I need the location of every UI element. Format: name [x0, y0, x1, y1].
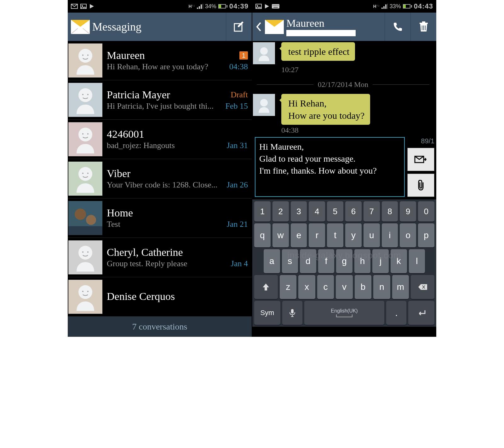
key-k[interactable]: k — [391, 249, 407, 273]
key-e[interactable]: e — [291, 223, 307, 247]
key-6[interactable]: 6 — [345, 201, 362, 221]
message-preview: Your Viber code is: 1268. Close... — [107, 180, 224, 190]
contact-name: Cheryl, Catherine — [107, 246, 183, 258]
key-shift[interactable] — [254, 275, 278, 299]
key-0[interactable]: 0 — [418, 201, 434, 221]
key-d[interactable]: d — [300, 249, 316, 273]
date-separator: 02/17/2014 Mon — [252, 80, 434, 89]
svg-point-10 — [87, 94, 89, 95]
keyboard: 1234567890 qwertyuiop asdfghjkl zxcvbnm … — [252, 199, 436, 327]
conversation-list[interactable]: Maureen1Hi Rehan, How are you today?04:3… — [68, 41, 252, 317]
avatar — [68, 162, 102, 196]
key-period[interactable]: . — [386, 301, 406, 325]
key-g[interactable]: g — [336, 249, 352, 273]
message-time: 04:38 — [229, 62, 248, 72]
attach-button[interactable] — [407, 174, 434, 197]
message-time: Feb 15 — [226, 101, 248, 111]
picture-icon — [255, 4, 262, 9]
conversation-item[interactable]: Maureen1Hi Rehan, How are you today?04:3… — [68, 41, 252, 80]
key-m[interactable]: m — [392, 275, 409, 299]
svg-rect-34 — [278, 5, 278, 6]
svg-rect-31 — [274, 5, 275, 6]
key-q[interactable]: q — [254, 223, 271, 247]
key-y[interactable]: y — [345, 223, 362, 247]
key-f[interactable]: f — [318, 249, 335, 273]
key-7[interactable]: 7 — [364, 201, 380, 221]
conversation-item[interactable]: Denise Cerquos — [68, 277, 252, 317]
key-sym[interactable]: Sym — [254, 301, 280, 325]
call-button[interactable] — [385, 13, 410, 41]
key-o[interactable]: o — [400, 223, 416, 247]
key-a[interactable]: a — [264, 249, 280, 273]
key-l[interactable]: l — [409, 249, 425, 273]
date-separator-label: 02/17/2014 Mon — [318, 80, 369, 89]
key-t[interactable]: t — [327, 223, 343, 247]
svg-point-12 — [82, 133, 83, 135]
key-3[interactable]: 3 — [291, 201, 307, 221]
svg-point-13 — [87, 133, 89, 135]
contact-name: Maureen — [286, 17, 385, 29]
unread-badge: 1 — [239, 51, 248, 60]
conversation-item[interactable]: Patricia MayerDraftHi Patricia, I've jus… — [68, 80, 252, 120]
key-2[interactable]: 2 — [272, 201, 289, 221]
key-p[interactable]: p — [418, 223, 434, 247]
key-x[interactable]: x — [298, 275, 315, 299]
conversation-item[interactable]: HomeTestJan 21 — [68, 198, 252, 238]
svg-rect-40 — [291, 309, 294, 313]
avatar — [68, 83, 102, 117]
signal-icon — [197, 4, 203, 9]
key-voice[interactable] — [282, 301, 302, 325]
svg-point-9 — [82, 94, 83, 95]
svg-point-2 — [82, 5, 83, 6]
svg-point-14 — [78, 167, 92, 181]
message-preview: Hi Rehan, How are you today? — [107, 62, 226, 72]
conversation-item[interactable]: ViberYour Viber code is: 1268. Close...J… — [68, 159, 252, 198]
svg-rect-32 — [275, 5, 276, 6]
key-r[interactable]: r — [309, 223, 325, 247]
svg-point-11 — [78, 128, 92, 141]
key-h[interactable]: h — [354, 249, 371, 273]
message-preview: Hi Patricia, I've just bought thi... — [107, 101, 222, 111]
key-4[interactable]: 4 — [309, 201, 325, 221]
conversation-item[interactable]: Cheryl, CatherineGroup test. Reply pleas… — [68, 238, 252, 277]
key-backspace[interactable] — [411, 275, 434, 299]
key-i[interactable]: i — [382, 223, 398, 247]
phone-chat-thread: inside-galaxy.blogspot.com H↑↓ 33% 04:43… — [252, 0, 436, 337]
key-j[interactable]: j — [372, 249, 389, 273]
key-5[interactable]: 5 — [327, 201, 343, 221]
keyboard-icon — [272, 4, 279, 9]
key-b[interactable]: b — [355, 275, 371, 299]
battery-icon — [218, 4, 227, 9]
message-time: 04:38 — [281, 126, 434, 135]
key-z[interactable]: z — [280, 275, 296, 299]
key-9[interactable]: 9 — [400, 201, 416, 221]
key-s[interactable]: s — [282, 249, 298, 273]
message-incoming[interactable]: test ripple effect — [252, 41, 434, 64]
back-button[interactable] — [252, 22, 265, 32]
svg-point-37 — [260, 47, 268, 55]
compose-input[interactable] — [255, 137, 405, 197]
svg-point-7 — [87, 55, 89, 56]
message-bubble: test ripple effect — [281, 42, 355, 61]
message-incoming[interactable]: Hi Rehan, How are you today? — [252, 93, 434, 125]
key-8[interactable]: 8 — [382, 201, 398, 221]
chat-messages[interactable]: test ripple effect 10:27 02/17/2014 Mon … — [252, 41, 436, 135]
contact-name: Maureen — [107, 49, 145, 61]
key-v[interactable]: v — [336, 275, 352, 299]
key-w[interactable]: w — [272, 223, 289, 247]
key-1[interactable]: 1 — [254, 201, 271, 221]
key-enter[interactable] — [408, 301, 434, 325]
svg-point-6 — [82, 55, 83, 56]
key-space[interactable]: English(UK) — [304, 301, 385, 325]
key-n[interactable]: n — [373, 275, 390, 299]
key-u[interactable]: u — [364, 223, 380, 247]
contact-name: Patricia Mayer — [107, 89, 170, 101]
svg-rect-30 — [273, 5, 273, 6]
status-bar: H↑↓ 33% 04:43 — [252, 0, 436, 13]
compose-button[interactable] — [226, 13, 252, 41]
conversation-item[interactable]: 4246001bad_rojez: HangoutsJan 31 — [68, 120, 252, 159]
send-button[interactable] — [407, 148, 434, 171]
message-time: Jan 21 — [227, 220, 248, 229]
key-c[interactable]: c — [317, 275, 334, 299]
delete-button[interactable] — [410, 13, 436, 41]
